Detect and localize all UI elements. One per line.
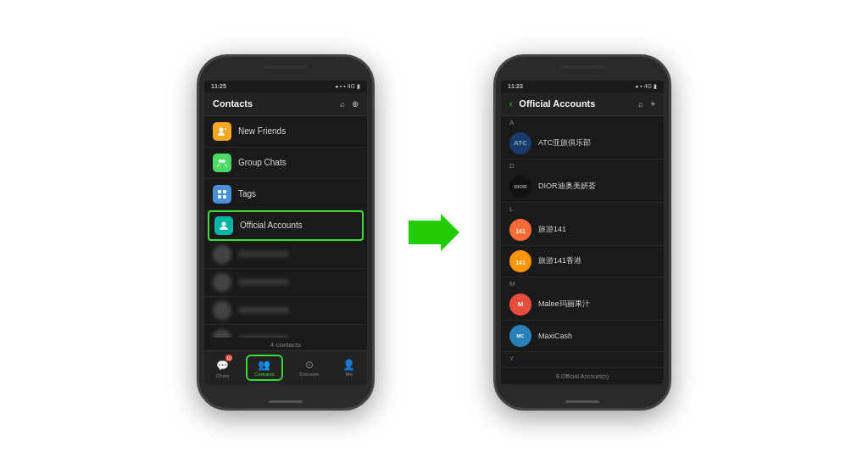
atc-avatar: ATC: [509, 132, 531, 154]
green-arrow-svg: [409, 214, 459, 251]
maxicash-name: MaxiCash: [538, 332, 572, 340]
account-trip141[interactable]: 141 旅游141: [501, 215, 664, 246]
back-button[interactable]: ‹: [509, 99, 512, 109]
discover-label: Discover: [299, 372, 319, 377]
official-accounts-icon: [214, 216, 233, 235]
svg-rect-8: [223, 195, 226, 198]
section-a: A: [501, 116, 664, 128]
blurred-name-3: [238, 307, 289, 313]
blurred-name-2: [238, 279, 289, 285]
account-atc[interactable]: ATC ATC亚旅俱乐部: [501, 128, 664, 159]
left-header-actions: ⌕ ⊕: [340, 99, 359, 109]
contacts-nav-label: Contacts: [254, 372, 275, 377]
account-trip141hk[interactable]: 141 旅游141香港: [501, 246, 664, 277]
right-search-icon[interactable]: ⌕: [638, 99, 643, 109]
section-l: L: [501, 203, 664, 215]
nav-chats[interactable]: 💬 10 Chats: [209, 355, 236, 381]
blurred-avatar-1: [213, 245, 231, 264]
section-d: D: [501, 159, 664, 171]
tags-icon: [213, 185, 231, 204]
blurred-contact-4: [204, 325, 367, 338]
menu-item-official-accounts[interactable]: Official Accounts: [208, 210, 364, 241]
blurred-avatar-3: [213, 301, 231, 320]
atc-name: ATC亚旅俱乐部: [538, 137, 591, 148]
left-status-bar: 11:25 ◂ ▪ ▪ 4G ▮: [204, 81, 367, 92]
blurred-contact-1: [204, 241, 367, 269]
left-bottom-nav: 💬 10 Chats 👥 Contacts ⊙ Discover 👤 Me: [204, 350, 367, 384]
nav-discover[interactable]: ⊙ Discover: [292, 356, 326, 379]
menu-item-tags[interactable]: Tags: [204, 179, 367, 210]
chats-badge-container: 💬 10: [216, 357, 229, 372]
chats-badge: 10: [225, 355, 232, 361]
svg-point-3: [219, 159, 222, 163]
group-chats-label: Group Chats: [238, 158, 287, 167]
me-label: Me: [346, 372, 353, 377]
nav-contacts[interactable]: 👥 Contacts: [246, 355, 283, 381]
new-friends-icon: [213, 122, 231, 141]
blurred-contact-2: [204, 269, 367, 297]
section-m: M: [501, 277, 664, 289]
left-add-icon[interactable]: ⊕: [352, 99, 359, 109]
group-chats-icon: [213, 154, 231, 172]
scene: 11:25 ◂ ▪ ▪ 4G ▮ Contacts ⌕ ⊕: [0, 0, 868, 464]
trip141hk-avatar: 141: [509, 250, 531, 272]
left-phone-screen: 11:25 ◂ ▪ ▪ 4G ▮ Contacts ⌕ ⊕: [204, 81, 367, 384]
left-status-icons: ◂ ▪ ▪ 4G ▮: [335, 83, 360, 90]
discover-icon: ⊙: [305, 359, 314, 371]
right-add-icon[interactable]: +: [650, 99, 655, 109]
me-icon: 👤: [342, 359, 355, 371]
svg-point-4: [222, 159, 225, 163]
blurred-avatar-2: [213, 273, 231, 292]
svg-point-9: [222, 221, 226, 226]
right-header-title: Official Accounts: [519, 98, 595, 109]
accounts-footer: 8 Official Account(s): [501, 367, 664, 384]
right-header-actions: ⌕ +: [638, 99, 655, 109]
section-y: Y: [501, 352, 664, 364]
contacts-icon: 👥: [258, 359, 270, 371]
blurred-contact-3: [204, 297, 367, 325]
right-header-left: ‹ Official Accounts: [509, 98, 595, 109]
menu-item-group-chats[interactable]: Group Chats: [204, 148, 367, 179]
trip141-avatar: 141: [509, 219, 531, 241]
left-menu-list: New Friends Group Chats: [204, 116, 367, 338]
trip141-name: 旅游141: [538, 224, 566, 235]
phone-speaker: [264, 65, 307, 69]
right-phone-screen: 11:23 ◂ ▪ 4G ▮ ‹ Official Accounts ⌕ +: [501, 81, 664, 384]
left-phone: 11:25 ◂ ▪ ▪ 4G ▮ Contacts ⌕ ⊕: [197, 54, 375, 411]
menu-item-new-friends[interactable]: New Friends: [204, 116, 367, 148]
account-maxicash[interactable]: MC MaxiCash: [501, 321, 664, 352]
right-phone-speaker: [561, 65, 604, 69]
svg-point-0: [220, 127, 224, 131]
malee-avatar: M: [509, 293, 531, 316]
account-malee[interactable]: M Malee玛丽果汁: [501, 289, 664, 321]
right-status-bar: 11:23 ◂ ▪ 4G ▮: [501, 81, 664, 92]
svg-marker-10: [409, 214, 459, 251]
maxicash-avatar: MC: [509, 325, 531, 347]
contacts-count-label: 4 contacts: [204, 338, 367, 350]
left-header: Contacts ⌕ ⊕: [204, 92, 367, 116]
svg-text:141: 141: [515, 228, 526, 234]
trip141hk-name: 旅游141香港: [538, 255, 581, 266]
official-accounts-label: Official Accounts: [240, 221, 303, 230]
malee-name: Malee玛丽果汁: [538, 299, 590, 310]
chats-icon: 💬: [216, 360, 229, 372]
blurred-avatar-4: [213, 329, 231, 338]
svg-rect-6: [223, 190, 226, 193]
new-friends-label: New Friends: [238, 126, 286, 136]
accounts-list: A ATC ATC亚旅俱乐部 D DIOR DIOR迪奥美妍荟 L: [501, 116, 664, 367]
direction-arrow: [409, 214, 459, 251]
left-home-indicator: [269, 400, 303, 403]
left-time: 11:25: [211, 83, 226, 89]
dior-avatar: DIOR: [509, 176, 531, 198]
svg-text:141: 141: [515, 260, 526, 266]
left-search-icon[interactable]: ⌕: [340, 99, 345, 109]
account-dior[interactable]: DIOR DIOR迪奥美妍荟: [501, 171, 664, 203]
right-phone: 11:23 ◂ ▪ 4G ▮ ‹ Official Accounts ⌕ +: [493, 54, 671, 411]
left-header-title: Contacts: [213, 98, 253, 109]
blurred-name-4: [238, 335, 289, 338]
blurred-name-1: [238, 251, 289, 257]
nav-me[interactable]: 👤 Me: [336, 356, 362, 379]
right-home-indicator: [565, 400, 599, 403]
right-status-icons: ◂ ▪ 4G ▮: [635, 83, 657, 90]
svg-rect-7: [218, 195, 221, 198]
